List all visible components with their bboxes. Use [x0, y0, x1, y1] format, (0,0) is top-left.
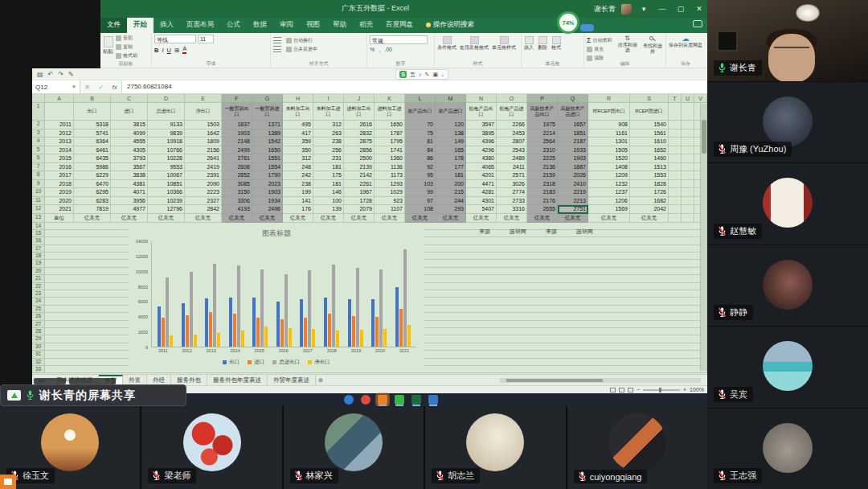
- unit-cell[interactable]: 亿美元: [466, 214, 497, 223]
- formula-input[interactable]: 2750.60821084: [122, 80, 707, 93]
- data-cell[interactable]: 1232: [588, 180, 630, 189]
- insert-cells-button[interactable]: 插入: [524, 35, 534, 51]
- data-cell[interactable]: 2327: [185, 197, 222, 206]
- data-cell[interactable]: 4555: [111, 138, 148, 146]
- autosum-button[interactable]: Σ自动求和: [587, 36, 612, 44]
- row-header-11[interactable]: 11: [32, 197, 45, 206]
- data-cell[interactable]: 139: [313, 205, 344, 214]
- conditional-formatting-button[interactable]: 条件格式: [437, 35, 457, 51]
- bold-button[interactable]: B: [154, 47, 158, 54]
- data-cell[interactable]: 2148: [222, 138, 252, 146]
- data-cell[interactable]: 1650: [375, 121, 405, 129]
- data-cell[interactable]: 1851: [558, 129, 588, 138]
- data-cell[interactable]: 5407: [466, 205, 497, 214]
- data-cell[interactable]: [682, 180, 694, 189]
- unit-cell[interactable]: 亿美元: [405, 214, 436, 223]
- data-cell[interactable]: [682, 138, 694, 146]
- data-cell[interactable]: 2021: [45, 205, 74, 214]
- data-cell[interactable]: 6283: [74, 197, 111, 206]
- copy-button[interactable]: 复制: [116, 43, 137, 51]
- ribbon-tab-9[interactable]: 帮助: [326, 18, 353, 33]
- delete-cells-button[interactable]: 删除: [538, 35, 547, 51]
- data-cell[interactable]: 2391: [185, 171, 222, 180]
- row-header-17[interactable]: 17: [32, 245, 45, 253]
- header-cell[interactable]: 对RCEP国出口: [588, 103, 630, 121]
- data-cell[interactable]: 2018: [45, 180, 74, 189]
- row-header-22[interactable]: 22: [32, 283, 45, 290]
- number-format-select[interactable]: 常规: [370, 35, 428, 44]
- data-cell[interactable]: 6470: [74, 180, 111, 189]
- data-cell[interactable]: 6435: [74, 154, 111, 163]
- header-cell[interactable]: 高新技术产品出口: [527, 103, 558, 121]
- data-cell[interactable]: 1029: [375, 188, 405, 197]
- data-cell[interactable]: 4201: [466, 171, 497, 180]
- data-cell[interactable]: 2496: [252, 205, 283, 214]
- data-cell[interactable]: 231: [313, 154, 344, 163]
- data-cell[interactable]: 1726: [630, 188, 669, 197]
- data-cell[interactable]: 5986: [74, 163, 111, 172]
- data-cell[interactable]: 3150: [222, 188, 252, 197]
- data-cell[interactable]: 2832: [344, 129, 375, 138]
- participant-tile[interactable]: 林家兴: [284, 406, 424, 489]
- unit-cell[interactable]: [669, 214, 682, 223]
- data-cell[interactable]: 2225: [527, 154, 558, 163]
- data-cell[interactable]: 2318: [527, 180, 558, 189]
- header-cell[interactable]: [45, 103, 74, 121]
- sharing-app-icon[interactable]: [378, 395, 387, 405]
- data-cell[interactable]: 7819: [74, 205, 111, 214]
- data-cell[interactable]: 495: [283, 121, 313, 129]
- excel-icon[interactable]: [411, 395, 421, 405]
- data-cell[interactable]: 3838: [111, 171, 148, 180]
- font-size-select[interactable]: 11: [198, 35, 214, 43]
- data-cell[interactable]: 4281: [466, 188, 497, 197]
- data-cell[interactable]: 146: [313, 188, 344, 197]
- data-cell[interactable]: 2079: [344, 205, 375, 214]
- data-cell[interactable]: 2875: [344, 138, 375, 146]
- horizontal-scrollbar[interactable]: [500, 378, 701, 383]
- zoom-slider[interactable]: [643, 389, 680, 391]
- spreadsheet-grid[interactable]: ABCDEFGHIJKLMNOPQRSTUV1出口进口总进出口净出口一般贸易出口…: [32, 94, 707, 374]
- data-cell[interactable]: [669, 188, 682, 197]
- memory-ball[interactable]: 74%: [557, 11, 579, 34]
- row-header-12[interactable]: 12: [32, 205, 45, 214]
- fx-icon[interactable]: fx: [113, 84, 117, 91]
- source-value[interactable]: 国研网: [510, 228, 526, 236]
- data-cell[interactable]: 138: [436, 129, 466, 138]
- column-header-Q[interactable]: Q: [558, 94, 588, 103]
- row-header-15[interactable]: 15: [32, 230, 45, 237]
- data-cell[interactable]: 181: [313, 180, 344, 189]
- row-header-21[interactable]: 21: [32, 275, 45, 282]
- data-cell[interactable]: 1301: [588, 138, 630, 146]
- data-cell[interactable]: 199: [283, 188, 313, 197]
- data-cell[interactable]: 1460: [630, 154, 669, 163]
- data-cell[interactable]: 2019: [45, 188, 74, 197]
- data-cell[interactable]: 1741: [375, 146, 405, 155]
- data-cell[interactable]: 4296: [466, 146, 497, 155]
- data-cell[interactable]: 1540: [630, 121, 669, 129]
- data-cell[interactable]: 2183: [527, 188, 558, 197]
- data-cell[interactable]: 2489: [497, 154, 527, 163]
- data-cell[interactable]: 2571: [497, 171, 527, 180]
- row-header-14[interactable]: 14: [32, 223, 45, 230]
- data-cell[interactable]: [682, 146, 694, 155]
- unit-cell[interactable]: 亿美元: [222, 214, 252, 223]
- data-cell[interactable]: 97: [405, 197, 436, 206]
- data-cell[interactable]: 1903: [222, 129, 252, 138]
- row-header-7[interactable]: 7: [32, 163, 45, 172]
- header-cell[interactable]: 一般贸易出口: [222, 103, 252, 121]
- data-cell[interactable]: 1209: [588, 171, 630, 180]
- data-cell[interactable]: 175: [313, 171, 344, 180]
- screen-share-banner[interactable]: 谢长青的屏幕共享: [0, 384, 186, 406]
- data-cell[interactable]: 4380: [466, 154, 497, 163]
- data-cell[interactable]: 6364: [74, 138, 111, 146]
- unit-cell[interactable]: 亿美元: [252, 214, 283, 223]
- header-cell[interactable]: 来料加工进口: [313, 103, 344, 121]
- data-cell[interactable]: 2016: [45, 163, 74, 172]
- sheet-tab-6[interactable]: 服务外包年度表述: [207, 375, 268, 385]
- data-cell[interactable]: 2852: [222, 171, 252, 180]
- data-cell[interactable]: [669, 154, 682, 163]
- chrome-icon[interactable]: [361, 395, 371, 405]
- unit-cell[interactable]: 亿美元: [148, 214, 185, 223]
- data-cell[interactable]: 2213: [558, 197, 588, 206]
- data-cell[interactable]: 2011: [45, 121, 74, 129]
